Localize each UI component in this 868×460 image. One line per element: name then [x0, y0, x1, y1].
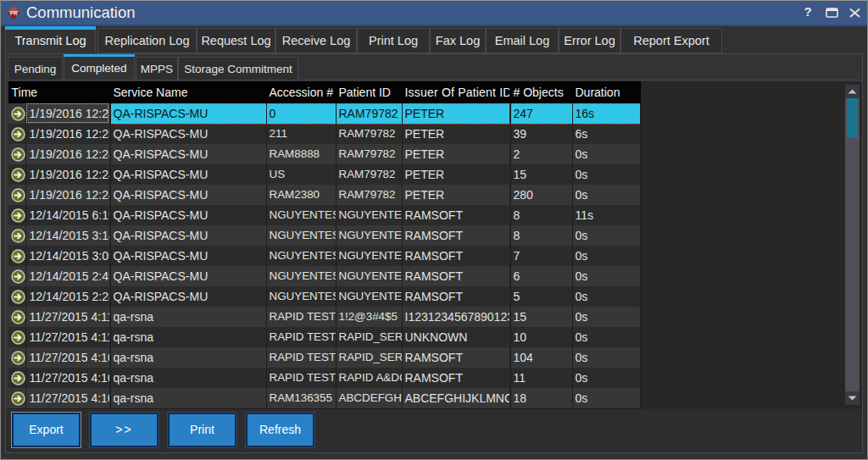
- svg-text:PR: PR: [10, 10, 18, 16]
